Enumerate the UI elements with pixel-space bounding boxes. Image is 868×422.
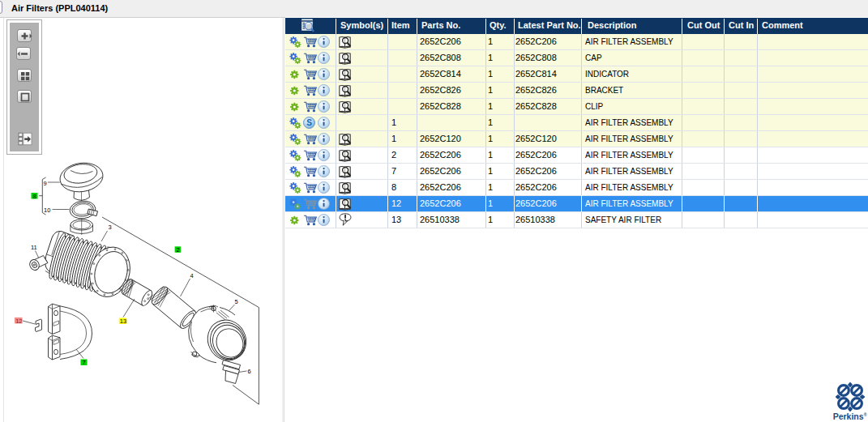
svg-text:S: S (306, 118, 312, 127)
svg-text:11: 11 (31, 244, 37, 251)
svg-text:5: 5 (235, 298, 238, 305)
svg-text:8: 8 (33, 193, 36, 200)
svg-text:6: 6 (248, 368, 251, 375)
svg-text:12: 12 (15, 318, 22, 325)
svg-text:13: 13 (120, 318, 126, 325)
svg-text:3: 3 (109, 224, 112, 231)
svg-text:10: 10 (44, 207, 50, 214)
svg-text:9: 9 (44, 180, 47, 187)
svg-text:4: 4 (190, 272, 194, 279)
svg-text:2: 2 (176, 246, 179, 254)
svg-text:7: 7 (83, 359, 86, 366)
